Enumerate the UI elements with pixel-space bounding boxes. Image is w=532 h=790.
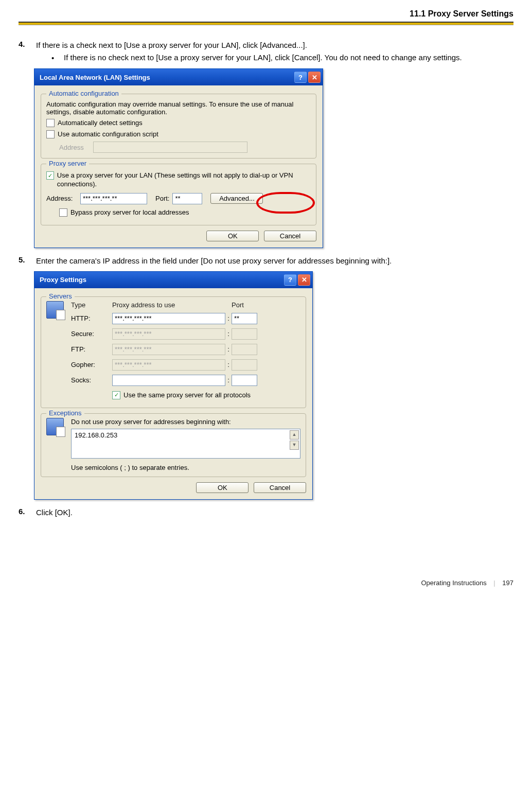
column-header-port: Port — [232, 301, 257, 309]
bullet-dot: • — [51, 52, 64, 63]
column-header-address: Proxy address to use — [112, 301, 225, 309]
checkbox-label: Use the same proxy server for all protoc… — [123, 391, 251, 399]
groupbox-legend: Proxy server — [46, 160, 89, 167]
socks-address-input[interactable] — [112, 375, 225, 386]
proxy-address-label: Address: — [46, 195, 77, 202]
help-icon[interactable]: ? — [294, 72, 307, 83]
ok-button[interactable]: OK — [196, 482, 249, 493]
groupbox-legend: Exceptions — [46, 409, 84, 417]
gopher-address-input: ***.***.***.*** — [112, 359, 225, 371]
checkbox-label: Bypass proxy server for local addresses — [70, 208, 189, 216]
close-icon[interactable]: ✕ — [298, 274, 310, 286]
ok-button[interactable]: OK — [206, 231, 259, 241]
socks-port-input[interactable] — [232, 375, 257, 386]
step-number: 6. — [19, 507, 36, 518]
row-label: FTP: — [71, 345, 112, 353]
cancel-button[interactable]: Cancel — [264, 231, 316, 241]
colon: : — [225, 330, 232, 338]
close-icon[interactable]: ✕ — [308, 72, 321, 83]
scroll-up-icon[interactable]: ▲ — [290, 430, 299, 440]
proxy-settings-dialog: Proxy Settings ? ✕ Servers Type Proxy ad… — [34, 271, 313, 500]
exceptions-icon — [46, 418, 64, 435]
colon: : — [225, 376, 232, 384]
column-header-type: Type — [71, 301, 112, 309]
address-label-disabled: Address — [59, 144, 90, 151]
exceptions-value: 192.168.0.253 — [75, 431, 117, 439]
auto-config-desc: Automatic configuration may override man… — [46, 100, 311, 116]
colon: : — [225, 345, 232, 353]
servers-icon — [46, 301, 64, 319]
script-address-input — [93, 142, 247, 153]
checkbox-bypass-local[interactable]: ✓ — [59, 208, 67, 217]
header-rule — [19, 22, 513, 25]
step-number: 5. — [19, 255, 36, 266]
page-footer: Operating Instructions | 197 — [421, 579, 513, 587]
help-icon[interactable]: ? — [284, 274, 296, 286]
checkbox-label: Use automatic configuration script — [58, 130, 158, 138]
checkbox-auto-script[interactable]: ✓ — [46, 130, 55, 138]
row-label: HTTP: — [71, 314, 112, 322]
checkbox-label: Automatically detect settings — [58, 119, 143, 127]
groupbox-legend: Servers — [46, 292, 75, 300]
step-number: 4. — [19, 40, 36, 63]
checkbox-use-proxy[interactable]: ✓ — [46, 171, 54, 180]
exceptions-label: Do not use proxy server for addresses be… — [71, 418, 300, 426]
secure-address-input: ***.***.***.*** — [112, 328, 225, 340]
advanced-button[interactable]: Advanced... — [210, 193, 263, 204]
http-address-input[interactable]: ***.***.***.*** — [112, 313, 225, 324]
section-heading: 11.1 Proxy Server Settings — [19, 9, 513, 19]
lan-settings-dialog: Local Area Network (LAN) Settings ? ✕ Au… — [34, 68, 323, 248]
http-port-input[interactable]: ** — [232, 313, 257, 324]
step-text: Enter the camera's IP address in the fie… — [36, 255, 513, 266]
row-label: Secure: — [71, 330, 112, 338]
checkbox-label: Use a proxy server for your LAN (These s… — [57, 171, 311, 189]
ftp-port-input — [232, 344, 257, 355]
groupbox-legend: Automatic configuration — [46, 90, 121, 97]
checkbox-auto-detect[interactable]: ✓ — [46, 119, 55, 127]
scroll-down-icon[interactable]: ▼ — [290, 441, 299, 450]
gopher-port-input — [232, 359, 257, 371]
ftp-address-input: ***.***.***.*** — [112, 344, 225, 355]
exceptions-hint: Use semicolons ( ; ) to separate entries… — [71, 464, 300, 471]
footer-doc: Operating Instructions — [421, 579, 486, 587]
step-text: Click [OK]. — [36, 507, 513, 518]
row-label: Gopher: — [71, 361, 112, 368]
dialog-title: Proxy Settings — [40, 276, 284, 284]
footer-page: 197 — [502, 579, 513, 587]
step-text: If there is a check next to [Use a proxy… — [36, 40, 513, 50]
step-subtext: If there is no check next to [Use a prox… — [64, 52, 513, 63]
cancel-button[interactable]: Cancel — [254, 482, 306, 493]
proxy-address-input[interactable]: ***.***.***.** — [80, 193, 147, 204]
exceptions-textarea[interactable]: 192.168.0.253 ▲ ▼ — [71, 429, 300, 459]
proxy-port-label: Port: — [155, 195, 169, 202]
colon: : — [225, 361, 232, 368]
checkbox-same-proxy[interactable]: ✓ — [112, 391, 120, 399]
secure-port-input — [232, 328, 257, 340]
dialog-title: Local Area Network (LAN) Settings — [40, 74, 294, 81]
colon: : — [225, 314, 232, 322]
proxy-port-input[interactable]: ** — [172, 193, 202, 204]
row-label: Socks: — [71, 376, 112, 384]
